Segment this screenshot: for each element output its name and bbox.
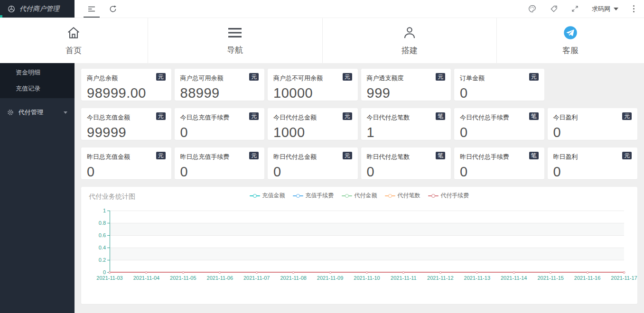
legend-item[interactable]: 充值金额 (250, 192, 285, 200)
fullscreen-icon (571, 5, 579, 13)
stat-label: 昨日代付总金额 (273, 152, 317, 161)
hamburger-icon (87, 4, 96, 14)
y-axis-tick-label: 0.4 (87, 245, 106, 250)
stat-value: 0 (367, 164, 446, 180)
stat-label: 今日总充值金额 (87, 112, 130, 122)
stats-row-yesterday: 昨日总充值金额 元 0 昨日总充值手续费 元 0 昨日代付总金额 元 0 昨日代… (81, 147, 637, 179)
stat-value: 0 (180, 164, 259, 180)
stat-label: 今日代付总笔数 (367, 112, 410, 122)
stat-unit-badge: 元 (436, 73, 445, 81)
sidebar-item-recharge-records[interactable]: 充值记录 (0, 81, 75, 97)
stat-label: 今日代付总金额 (273, 112, 317, 122)
stat-card: 昨日总充值金额 元 0 (81, 147, 171, 179)
stat-value: 999 (367, 85, 446, 101)
stat-value: 0 (87, 164, 166, 180)
x-axis-tick-label: 2021-11-11 (391, 275, 417, 281)
chart-data-point (550, 271, 552, 274)
legend-item[interactable]: 充值手续费 (293, 192, 334, 200)
chevron-down-icon (614, 8, 618, 10)
stat-card: 今日代付总金额 元 1000 (268, 108, 358, 140)
fullscreen-button[interactable] (571, 0, 579, 18)
stat-value: 0 (273, 164, 352, 180)
sidebar: 资金明细 充值记录 代付管理 (0, 63, 75, 313)
stat-value: 0 (460, 164, 539, 180)
more-options-button[interactable] (631, 3, 636, 14)
collapse-sidebar-button[interactable] (87, 0, 96, 18)
stat-unit-badge: 元 (249, 112, 259, 120)
stat-unit-badge: 元 (343, 73, 352, 81)
stat-label: 订单金额 (460, 73, 485, 83)
stat-unit-badge: 元 (622, 112, 632, 120)
stat-card: 昨日代付总笔数 笔 0 (361, 147, 451, 179)
refresh-icon (109, 5, 117, 13)
stat-label: 今日总充值手续费 (180, 112, 230, 122)
stat-label: 昨日总充值金额 (87, 152, 130, 161)
y-axis-tick-label: 0.2 (87, 257, 106, 263)
chart-data-point (182, 271, 184, 274)
stat-label: 商户总可用余额 (180, 73, 224, 83)
chart-data-point (513, 271, 515, 274)
stat-value: 1 (367, 125, 446, 140)
stat-label: 今日盈利 (553, 112, 578, 122)
chart-card: 代付业务统计图 充值金额充值手续费代付金额代付笔数代付手续费 00.20.40.… (81, 187, 637, 304)
stat-value: 10000 (273, 85, 352, 101)
topbar: 代付商户管理 (0, 0, 644, 18)
sidebar-item-fund-details[interactable]: 资金明细 (0, 64, 75, 81)
user-menu[interactable]: 求码网 (592, 5, 618, 13)
stat-unit-badge: 元 (249, 152, 259, 159)
legend-item[interactable]: 代付手续费 (428, 192, 469, 200)
stat-value: 0 (460, 125, 539, 140)
stat-value: 0 (553, 164, 632, 180)
stat-card: 今日盈利 元 0 (548, 108, 638, 140)
stat-card: 订单金额 元 0 (454, 69, 544, 101)
stat-card: 昨日代付总手续费 笔 0 (454, 147, 544, 179)
telegram-icon (563, 26, 578, 40)
stat-label: 昨日盈利 (553, 152, 578, 161)
stat-card: 今日代付总笔数 笔 1 (361, 108, 451, 140)
chart-data-point (255, 271, 258, 274)
user-name: 求码网 (592, 5, 610, 13)
menu-lines-icon (227, 26, 243, 39)
stat-label: 今日代付总手续费 (460, 112, 509, 122)
stat-card: 昨日盈利 元 0 (548, 147, 638, 179)
x-axis-tick-label: 2021-11-13 (464, 275, 490, 281)
brand-wheel-icon (8, 5, 15, 13)
legend-item[interactable]: 代付笔数 (385, 192, 420, 200)
legend-label: 代付手续费 (441, 192, 469, 200)
y-axis-tick-label: 1 (87, 208, 106, 213)
legend-label: 代付笔数 (398, 192, 420, 200)
x-axis-tick-label: 2021-11-04 (133, 275, 159, 281)
stat-label: 商户透支额度 (367, 73, 404, 83)
stat-card: 商户总可用余额 元 88999 (175, 69, 265, 101)
stat-unit-badge: 笔 (529, 112, 539, 120)
sidebar-item-payment-management[interactable]: 代付管理 (0, 102, 75, 123)
x-axis-tick-label: 2021-11-05 (170, 275, 196, 281)
stat-label: 昨日代付总手续费 (460, 152, 509, 161)
chart-data-point (145, 271, 148, 274)
app-brand: 代付商户管理 (0, 0, 75, 18)
stat-label: 商户总不可用余额 (273, 73, 323, 83)
nav-item-navigation[interactable]: 导航 (148, 18, 322, 63)
legend-line-marker-icon (385, 193, 395, 198)
stat-value: 98999.00 (87, 85, 166, 101)
stat-unit-badge: 笔 (436, 152, 445, 159)
tag-button[interactable] (550, 0, 558, 18)
x-axis-tick-label: 2021-11-14 (501, 275, 527, 281)
stat-card: 商户总余额 元 98999.00 (81, 69, 171, 101)
legend-item[interactable]: 代付金额 (342, 192, 377, 200)
stat-card: 今日总充值手续费 元 0 (175, 108, 265, 140)
nav-item-support[interactable]: 客服 (496, 18, 644, 63)
active-tab-indicator (84, 17, 100, 18)
y-axis-line (110, 211, 110, 272)
nav-item-build[interactable]: 搭建 (322, 18, 497, 63)
stat-value: 0 (460, 85, 539, 101)
stat-unit-badge: 元 (343, 112, 352, 120)
legend-line-marker-icon (293, 193, 303, 198)
refresh-button[interactable] (109, 0, 117, 18)
legend-line-marker-icon (428, 193, 439, 198)
nav-item-home[interactable]: 首页 (0, 18, 148, 63)
x-axis-tick-label: 2021-11-15 (537, 275, 563, 281)
theme-button[interactable] (528, 0, 537, 18)
x-axis-tick-label: 2021-11-16 (574, 275, 600, 281)
stat-unit-badge: 元 (156, 152, 166, 159)
